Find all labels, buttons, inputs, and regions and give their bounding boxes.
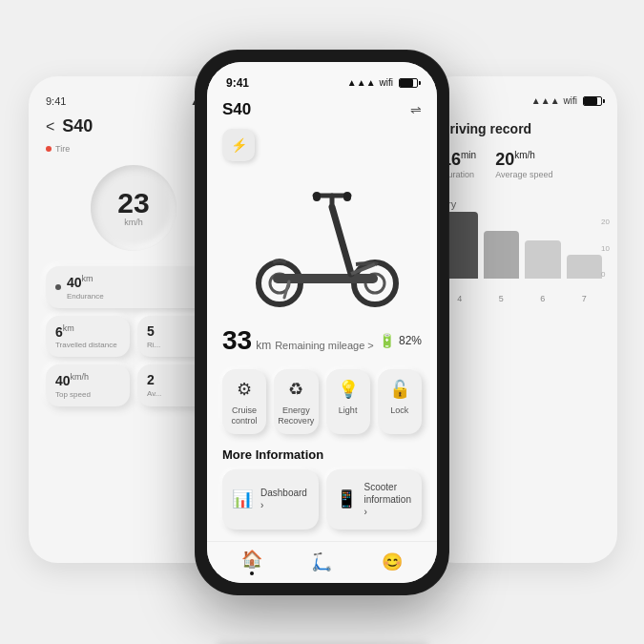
nav-active-dot xyxy=(250,571,254,575)
speed-value: 23 xyxy=(117,189,149,218)
dashboard-label: Dashboard › xyxy=(260,487,309,511)
battery-display: 🔋 82% xyxy=(379,333,422,348)
nav-profile[interactable]: 😊 xyxy=(382,551,403,572)
nav-home[interactable]: 🏠 xyxy=(241,549,262,575)
y-axis-labels: 20 10 0 xyxy=(601,218,610,279)
info-cards: 📊 Dashboard › 📱 Scooter information › xyxy=(222,469,422,530)
bluetooth-button[interactable]: ⚡ xyxy=(222,129,255,161)
svg-rect-9 xyxy=(343,192,351,201)
lock-icon: 🔓 xyxy=(389,379,410,400)
energy-icon: ♻ xyxy=(288,379,303,400)
phone-status-bar: 9:41 ▲▲▲ wifi xyxy=(207,62,437,96)
phone-battery-icon xyxy=(399,78,418,88)
battery-level-icon: 🔋 xyxy=(379,333,395,348)
main-phone: 9:41 ▲▲▲ wifi S40 ⇌ ⚡ xyxy=(196,51,448,594)
avg-speed-stat: 20km/h Average speed xyxy=(495,150,552,179)
signal-bars-icon: ▲▲▲ xyxy=(347,77,376,88)
phone-header: S40 ⇌ xyxy=(222,96,422,119)
signal-icon: ▲▲▲ xyxy=(531,95,560,106)
energy-label: Energy Recovery xyxy=(278,405,314,426)
bar-chart-container: 20 10 0 4 5 6 7 xyxy=(442,218,602,303)
profile-nav-icon: 😊 xyxy=(382,551,403,572)
controls-grid: ⚙ Cruise control ♻ Energy Recovery 💡 Lig… xyxy=(222,369,422,434)
dashboard-icon: 📊 xyxy=(232,488,253,509)
status-icons: ▲▲▲ wifi xyxy=(347,77,418,88)
bar-2 xyxy=(484,231,520,279)
mileage-unit: km xyxy=(256,339,271,352)
right-panel: ▲▲▲ wifi driving record 16min Duration 2… xyxy=(426,76,617,563)
energy-recovery-button[interactable]: ♻ Energy Recovery xyxy=(274,369,318,434)
home-nav-icon: 🏠 xyxy=(241,549,262,570)
bar-3 xyxy=(525,240,561,279)
mileage-value: 33 xyxy=(222,325,252,356)
cruise-control-button[interactable]: ⚙ Cruise control xyxy=(222,369,266,434)
right-status-bar: ▲▲▲ wifi xyxy=(442,95,602,106)
left-time: 9:41 xyxy=(46,95,66,107)
bar-4 xyxy=(567,255,603,279)
endurance-label: Endurance xyxy=(67,292,104,301)
light-label: Light xyxy=(339,405,358,416)
svg-line-5 xyxy=(332,207,351,274)
endurance-value: 40km xyxy=(67,274,104,290)
stat-travelled: 6km Travelled distance xyxy=(46,316,130,358)
left-device-title: S40 xyxy=(62,116,93,136)
switch-icon[interactable]: ⇌ xyxy=(410,102,422,117)
battery-percent: 82% xyxy=(399,334,422,347)
scooter-nav-icon: 🛴 xyxy=(311,551,332,572)
light-icon: 💡 xyxy=(338,379,359,400)
mileage-display: 33 km Remaining mileage > xyxy=(222,325,374,356)
stat-topspeed: 40km/h Top speed xyxy=(46,364,130,406)
scooter-info-icon: 📱 xyxy=(336,488,357,509)
speed-unit: km/h xyxy=(124,218,143,227)
phone-model-label: S40 xyxy=(222,100,251,119)
wifi-status-icon: wifi xyxy=(380,77,393,88)
more-info-title: More Information xyxy=(222,447,422,462)
bluetooth-icon: ⚡ xyxy=(231,137,247,153)
mileage-row: 33 km Remaining mileage > 🔋 82% xyxy=(222,325,422,356)
x-axis-labels: 4 5 6 7 xyxy=(442,294,602,303)
tire-dot xyxy=(46,146,52,152)
cruise-label: Cruise control xyxy=(226,405,262,426)
nav-scooter[interactable]: 🛴 xyxy=(311,551,332,572)
scooter-svg xyxy=(237,178,408,312)
chart-area: ory 20 10 0 4 5 6 7 xyxy=(442,198,602,303)
remaining-mileage-link[interactable]: Remaining mileage > xyxy=(275,340,374,351)
endurance-dot xyxy=(55,284,61,290)
right-panel-title: driving record xyxy=(442,121,602,136)
bar-chart: 20 10 0 xyxy=(442,218,602,294)
bottom-nav: 🏠 🛴 😊 xyxy=(207,541,437,583)
dashboard-card[interactable]: 📊 Dashboard › xyxy=(222,469,319,530)
svg-rect-8 xyxy=(313,192,321,201)
phone-content: S40 ⇌ ⚡ xyxy=(207,96,437,541)
right-stats: 16min Duration 20km/h Average speed xyxy=(442,150,602,179)
battery-icon xyxy=(583,96,602,106)
cruise-icon: ⚙ xyxy=(237,379,252,400)
back-arrow[interactable]: < xyxy=(46,118,54,135)
lock-button[interactable]: 🔓 Lock xyxy=(378,369,422,434)
speed-circle: 23 km/h xyxy=(91,165,177,251)
scooter-info-label: Scooter information › xyxy=(364,481,413,518)
wifi-icon: wifi xyxy=(564,95,577,106)
light-button[interactable]: 💡 Light xyxy=(326,369,370,434)
scooter-info-card[interactable]: 📱 Scooter information › xyxy=(326,469,423,530)
scooter-image xyxy=(222,169,422,322)
phone-time: 9:41 xyxy=(226,76,249,90)
lock-label: Lock xyxy=(390,405,408,416)
phone-screen: 9:41 ▲▲▲ wifi S40 ⇌ ⚡ xyxy=(207,62,437,583)
